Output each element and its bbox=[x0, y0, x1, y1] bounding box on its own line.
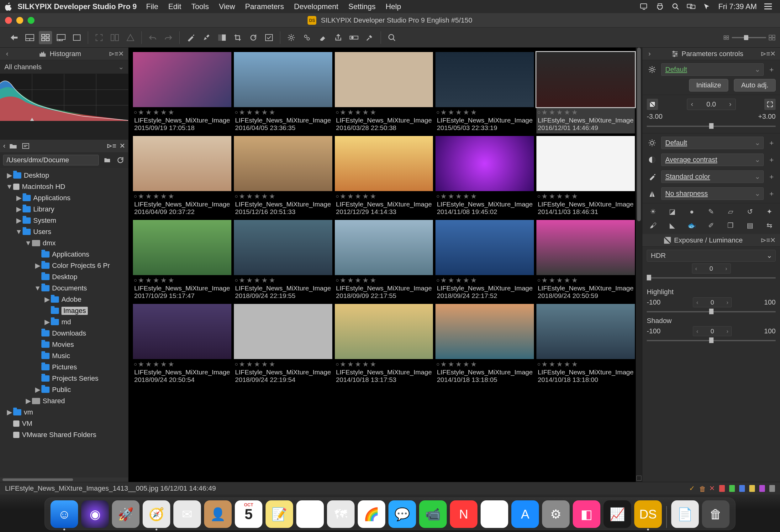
menu-development[interactable]: Development bbox=[289, 2, 343, 11]
tool-swap-icon[interactable]: ⇆ bbox=[763, 220, 776, 231]
tree-node[interactable]: ▶Applications bbox=[0, 193, 128, 204]
minimize-window-button[interactable] bbox=[16, 17, 23, 24]
tree-node[interactable]: ▶Adobe bbox=[0, 294, 128, 305]
tool-brush2-icon[interactable]: 🖌 bbox=[647, 220, 659, 231]
tree-node[interactable]: ▶Library bbox=[0, 204, 128, 215]
contrast-select[interactable]: Average contrast⌄ bbox=[661, 154, 764, 166]
tool-hammer-button[interactable] bbox=[363, 31, 376, 44]
highlight-slider[interactable] bbox=[647, 309, 776, 315]
tree-node[interactable]: ▶Color Projects 6 Pr bbox=[0, 260, 128, 271]
menu-tools[interactable]: Tools bbox=[186, 2, 214, 11]
tree-node[interactable]: Projects Series bbox=[0, 373, 128, 384]
thumbnail[interactable]: ★★★★★LIFEstyle_News_MiXture_Image2017/10… bbox=[133, 220, 231, 302]
redo-button[interactable] bbox=[162, 31, 175, 44]
exposure-panel-close[interactable]: ✕ bbox=[769, 236, 777, 245]
thumbnail[interactable]: ★★★★★LIFEstyle_News_MiXture_Image2018/09… bbox=[234, 220, 332, 302]
thumbnail[interactable]: ★★★★★LIFEstyle_News_MiXture_Image2014/10… bbox=[536, 304, 635, 385]
status-display-icon[interactable] bbox=[640, 2, 649, 11]
tool-pen-icon[interactable]: ✐ bbox=[705, 220, 717, 231]
tool-layer-icon[interactable]: ❐ bbox=[724, 220, 737, 231]
dock-activity[interactable]: 📈 bbox=[603, 500, 631, 528]
dock-silkypix[interactable]: DS bbox=[634, 500, 662, 528]
tool-fx-icon[interactable]: ✦ bbox=[763, 207, 776, 217]
dock-sysprefs[interactable]: ⚙ bbox=[542, 500, 570, 528]
tree-node[interactable]: ▶vm bbox=[0, 407, 128, 418]
app-name[interactable]: SILKYPIX Developer Studio Pro 9 bbox=[17, 2, 137, 11]
panel-close-button[interactable]: ✕ bbox=[117, 50, 125, 58]
tool-loupe-button[interactable] bbox=[385, 31, 398, 44]
tool-perspective-icon[interactable]: ▱ bbox=[724, 207, 737, 217]
tree-node[interactable]: Pictures bbox=[0, 362, 128, 373]
nav-collapse-left[interactable]: ‹ bbox=[3, 142, 5, 150]
thumbnail[interactable]: ★★★★★LIFEstyle_News_MiXture_Image2015/12… bbox=[234, 136, 332, 217]
develop-settings-button[interactable] bbox=[285, 31, 298, 44]
menubar-clock[interactable]: Fri 7:39 AM bbox=[718, 2, 757, 11]
dock-trash[interactable]: 🗑 bbox=[702, 500, 730, 528]
dock-mail[interactable]: ✉ bbox=[174, 500, 201, 528]
thumbnail[interactable]: ★★★★★LIFEstyle_News_MiXture_Image2018/09… bbox=[536, 220, 635, 302]
tree-node[interactable]: ▶Shared bbox=[0, 395, 128, 407]
exposure-panel-menu[interactable]: ⊳≡ bbox=[761, 236, 769, 245]
tree-node[interactable]: Images bbox=[0, 305, 128, 316]
tool-stack-icon[interactable]: ▤ bbox=[744, 220, 756, 231]
dock-photos[interactable]: 🌈 bbox=[358, 500, 385, 528]
hdr-slider[interactable] bbox=[647, 275, 776, 281]
dock-notes[interactable]: 📝 bbox=[265, 500, 293, 528]
tool-check-button[interactable] bbox=[262, 31, 276, 44]
mark-green[interactable] bbox=[729, 485, 735, 492]
thumbnail[interactable]: ★★★★★LIFEstyle_News_MiXture_Image2014/10… bbox=[335, 304, 433, 385]
panel-collapse-left[interactable]: ‹ bbox=[3, 50, 11, 58]
dock-launchpad[interactable]: 🚀 bbox=[112, 500, 140, 528]
color-select[interactable]: Standard color⌄ bbox=[661, 170, 764, 183]
thumbnail[interactable]: ★★★★★LIFEstyle_News_MiXture_Image2015/09… bbox=[133, 52, 231, 134]
tree-node[interactable]: VM bbox=[0, 418, 128, 429]
export-button[interactable] bbox=[332, 31, 345, 44]
grid-view-button[interactable] bbox=[39, 31, 52, 44]
warning-button[interactable] bbox=[124, 31, 137, 44]
thumbnail[interactable]: ★★★★★LIFEstyle_News_MiXture_Image2016/04… bbox=[234, 52, 332, 134]
mark-yellow[interactable] bbox=[749, 485, 755, 492]
exposure-value-spinner[interactable]: ‹0.0› bbox=[687, 99, 736, 110]
dock-reminders[interactable]: ☑ bbox=[296, 500, 324, 528]
thumbnail[interactable]: ★★★★★LIFEstyle_News_MiXture_Image2014/11… bbox=[435, 136, 534, 217]
auto-adjust-button[interactable] bbox=[184, 31, 197, 44]
panel-menu-button[interactable]: ⊳≡ bbox=[109, 50, 117, 58]
params-collapse-button[interactable]: › bbox=[645, 50, 654, 58]
dock-docs[interactable]: 📄 bbox=[671, 500, 699, 528]
dock-messages[interactable]: 💬 bbox=[388, 500, 416, 528]
status-printer-icon[interactable] bbox=[655, 2, 664, 11]
back-button[interactable] bbox=[7, 31, 21, 44]
tool-crop-button[interactable] bbox=[231, 31, 244, 44]
undo-button[interactable] bbox=[146, 31, 159, 44]
fullscreen-window-button[interactable] bbox=[28, 17, 35, 24]
thumbnail[interactable]: ★★★★★LIFEstyle_News_MiXture_Image2018/09… bbox=[435, 220, 534, 302]
thumbnail[interactable]: ★★★★★LIFEstyle_News_MiXture_Image2015/05… bbox=[435, 52, 534, 134]
params-close-button[interactable]: ✕ bbox=[769, 50, 777, 58]
thumbnail[interactable]: ★★★★★LIFEstyle_News_MiXture_Image2018/09… bbox=[133, 304, 231, 385]
tool-sun-icon[interactable]: ☀ bbox=[647, 207, 659, 217]
status-displays-icon[interactable] bbox=[687, 2, 696, 11]
path-refresh-button[interactable] bbox=[116, 155, 125, 165]
menu-help[interactable]: Help bbox=[381, 2, 406, 11]
menu-parameters[interactable]: Parameters bbox=[240, 2, 289, 11]
tool-eraser-button[interactable] bbox=[316, 31, 329, 44]
single-view-button[interactable] bbox=[70, 31, 83, 44]
thumbnail[interactable]: ★★★★★LIFEstyle_News_MiXture_Image2014/10… bbox=[435, 304, 534, 385]
tool-sphere-icon[interactable]: ● bbox=[686, 207, 698, 217]
tree-node[interactable]: ▼Documents bbox=[0, 283, 128, 294]
compare-button[interactable] bbox=[108, 31, 121, 44]
thumbnail[interactable]: ★★★★★LIFEstyle_News_MiXture_Image2018/09… bbox=[335, 220, 433, 302]
contrast-add-button[interactable]: ＋ bbox=[768, 155, 776, 164]
wb-select[interactable]: Default⌄ bbox=[661, 137, 764, 149]
thumbnail[interactable]: ★★★★★LIFEstyle_News_MiXture_Image2014/11… bbox=[536, 136, 635, 217]
sharpness-select[interactable]: No sharpness⌄ bbox=[661, 188, 764, 200]
color-add-button[interactable]: ＋ bbox=[768, 172, 776, 181]
apple-menu[interactable] bbox=[5, 2, 14, 11]
tree-node[interactable]: ▼Macintosh HD bbox=[0, 181, 128, 193]
thumbnail[interactable]: ★★★★★LIFEstyle_News_MiXture_Image2012/12… bbox=[335, 136, 433, 217]
dock-safari[interactable]: 🧭 bbox=[143, 500, 170, 528]
nav-menu-button[interactable]: ⊳≡ bbox=[107, 142, 116, 150]
shadow-value-spinner[interactable]: ‹0› bbox=[693, 326, 732, 336]
dock-calendar[interactable]: OCT5 bbox=[235, 500, 262, 528]
auto-adjust-params-button[interactable]: Auto adj. bbox=[734, 79, 776, 92]
